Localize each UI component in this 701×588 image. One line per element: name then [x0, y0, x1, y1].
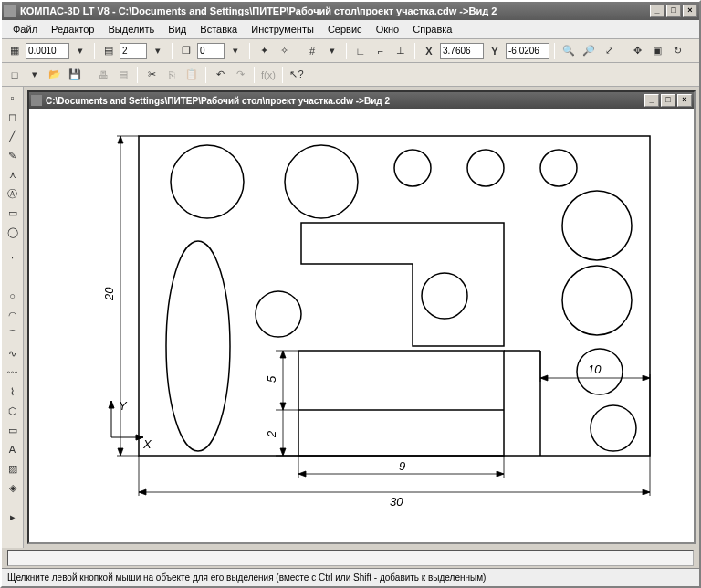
- preview-icon[interactable]: ▤: [114, 66, 132, 84]
- minimize-button[interactable]: _: [650, 5, 664, 17]
- frame-icon[interactable]: ▣: [648, 42, 666, 60]
- doc-maximize-button[interactable]: □: [661, 94, 675, 107]
- layers-icon[interactable]: ❒: [177, 42, 195, 60]
- x-input[interactable]: [440, 43, 484, 59]
- axis-y-label: Y: [119, 399, 128, 413]
- misc-icon[interactable]: ◈: [4, 478, 22, 497]
- hash-icon[interactable]: #: [303, 42, 321, 60]
- angle-icon[interactable]: ∟: [351, 42, 370, 60]
- undo-icon[interactable]: ↶: [211, 66, 229, 84]
- group-input[interactable]: [197, 43, 225, 59]
- titlebar: КОМПАС-3D LT V8 - C:\Documents and Setti…: [2, 2, 699, 20]
- drawing-canvas[interactable]: Y X: [29, 109, 694, 542]
- menu-help[interactable]: Справка: [407, 22, 457, 37]
- open-icon[interactable]: 📂: [46, 66, 64, 84]
- zoom-fit-icon[interactable]: ⤢: [600, 42, 618, 60]
- select2-icon[interactable]: ◻: [4, 108, 22, 126]
- divider-icon[interactable]: ⋏: [4, 165, 22, 184]
- line-icon[interactable]: ╱: [4, 127, 22, 145]
- menu-edit[interactable]: Редактор: [46, 22, 99, 37]
- y-input[interactable]: [506, 43, 549, 59]
- hatch-icon[interactable]: ▨: [4, 459, 22, 478]
- menu-tools[interactable]: Инструменты: [246, 22, 319, 37]
- layer-input[interactable]: [120, 43, 147, 59]
- line2-icon[interactable]: —: [4, 268, 22, 286]
- dropdown-icon[interactable]: ▾: [26, 66, 44, 84]
- doc-minimize-button[interactable]: _: [644, 94, 659, 107]
- dropdown-icon[interactable]: ▾: [323, 42, 341, 60]
- menu-select[interactable]: Выделить: [103, 22, 161, 37]
- dropdown-icon[interactable]: ▾: [71, 42, 89, 60]
- cursor-icon[interactable]: ↖?: [288, 66, 306, 84]
- layer-icon[interactable]: ▤: [99, 42, 118, 60]
- text-icon[interactable]: A: [4, 440, 22, 458]
- panel-icon[interactable]: ▸: [4, 508, 22, 526]
- poly-icon[interactable]: ⬡: [4, 402, 22, 420]
- fx-icon[interactable]: f(x): [259, 66, 277, 84]
- app-window: КОМПАС-3D LT V8 - C:\Documents and Setti…: [0, 0, 701, 588]
- arc-icon[interactable]: ◠: [4, 306, 22, 324]
- svg-point-12: [166, 241, 230, 451]
- circle-icon[interactable]: ○: [4, 287, 22, 305]
- cad-drawing: Y X: [29, 109, 677, 529]
- doc-titlebar: C:\Documents and Settings\ПИТЕР\Рабочий …: [29, 92, 694, 109]
- spline-icon[interactable]: ∿: [4, 344, 22, 362]
- svg-point-9: [591, 405, 636, 451]
- refresh-icon[interactable]: ↻: [668, 42, 686, 60]
- document-frame: C:\Documents and Settings\ПИТЕР\Рабочий …: [27, 90, 696, 544]
- svg-rect-0: [139, 136, 650, 456]
- main-area: ▫ ◻ ╱ ✎ ⋏ Ⓐ ▭ ◯ · — ○ ◠ ⌒ ∿ 〰 ⌇ ⬡ ▭ A ▨ …: [2, 87, 699, 548]
- pan-icon[interactable]: ✥: [628, 42, 646, 60]
- svg-rect-13: [298, 351, 504, 456]
- x-label: X: [420, 42, 438, 60]
- dropdown-icon[interactable]: ▾: [226, 42, 245, 60]
- status-text: Щелкните левой кнопкой мыши на объекте д…: [7, 572, 486, 583]
- menu-window[interactable]: Окно: [371, 22, 405, 37]
- point-icon[interactable]: ·: [4, 248, 22, 267]
- paste-icon[interactable]: 📋: [183, 66, 201, 84]
- arc2-icon[interactable]: ⌒: [4, 325, 22, 343]
- app-icon: [4, 5, 16, 17]
- axis-x-label: X: [142, 437, 152, 451]
- rect2-icon[interactable]: ▭: [4, 421, 22, 439]
- grid-icon[interactable]: ▦: [5, 42, 24, 60]
- compass-icon[interactable]: Ⓐ: [4, 184, 22, 203]
- svg-point-4: [467, 150, 504, 186]
- menubar: Файл Редактор Выделить Вид Вставка Инстр…: [2, 20, 699, 39]
- copy-icon[interactable]: ⎘: [162, 66, 181, 84]
- zoom-out-icon[interactable]: 🔎: [580, 42, 598, 60]
- redo-icon[interactable]: ↷: [231, 66, 249, 84]
- close-button[interactable]: ×: [683, 5, 697, 17]
- rect-icon[interactable]: ▭: [4, 204, 22, 222]
- svg-point-11: [422, 273, 467, 319]
- step-input[interactable]: [26, 43, 69, 59]
- snap1-icon[interactable]: ✦: [255, 42, 273, 60]
- cut-icon[interactable]: ✂: [142, 66, 161, 84]
- perp-icon[interactable]: ⊥: [392, 42, 410, 60]
- save-icon[interactable]: 💾: [66, 66, 84, 84]
- select-icon[interactable]: ▫: [4, 89, 22, 107]
- command-bar[interactable]: [7, 550, 694, 566]
- doc-title: C:\Documents and Settings\ПИТЕР\Рабочий …: [46, 96, 390, 106]
- pen-icon[interactable]: ✎: [4, 146, 22, 164]
- curve-icon[interactable]: 〰: [4, 363, 22, 382]
- menu-view[interactable]: Вид: [162, 22, 192, 37]
- menu-insert[interactable]: Вставка: [194, 22, 243, 37]
- ortho-icon[interactable]: ⌐: [371, 42, 390, 60]
- wave-icon[interactable]: ⌇: [4, 383, 22, 401]
- menu-file[interactable]: Файл: [7, 22, 43, 37]
- ellipse-icon[interactable]: ◯: [4, 223, 22, 241]
- print-icon[interactable]: 🖶: [94, 66, 112, 84]
- menu-service[interactable]: Сервис: [322, 22, 368, 37]
- dim-10: 10: [588, 362, 602, 376]
- svg-point-10: [256, 291, 301, 337]
- doc-icon: [31, 95, 42, 106]
- dropdown-icon[interactable]: ▾: [149, 42, 167, 60]
- doc-close-button[interactable]: ×: [677, 94, 692, 107]
- snap2-icon[interactable]: ✧: [275, 42, 293, 60]
- zoom-in-icon[interactable]: 🔍: [560, 42, 578, 60]
- svg-point-2: [285, 145, 358, 218]
- maximize-button[interactable]: □: [666, 5, 681, 17]
- new-icon[interactable]: □: [5, 66, 24, 84]
- dim-5: 5: [265, 375, 278, 383]
